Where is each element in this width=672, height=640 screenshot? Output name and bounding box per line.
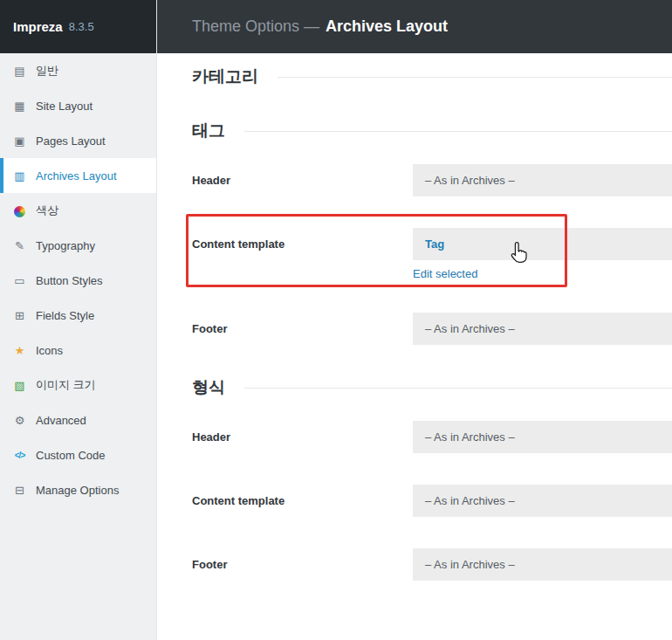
sidebar-item-label: 이미지 크기: [36, 377, 96, 393]
code-icon: </>: [12, 451, 27, 460]
star-icon: ★: [12, 344, 27, 357]
header-select[interactable]: – As in Archives –: [413, 164, 672, 196]
header-select[interactable]: – As in Archives –: [413, 421, 672, 453]
sidebar-item-label: Pages Layout: [36, 134, 106, 148]
sidebar-item-image-sizes[interactable]: ▧ 이미지 크기: [0, 368, 156, 403]
field-label: Content template: [192, 485, 413, 517]
archives-layout-icon: ▥: [12, 169, 27, 182]
sidebar-item-label: Manage Options: [36, 484, 119, 497]
button-styles-icon: ▭: [12, 274, 27, 287]
sidebar-item-pages-layout[interactable]: ▣ Pages Layout: [0, 123, 156, 158]
pages-layout-icon: ▣: [12, 134, 27, 148]
color-wheel-icon: [12, 203, 27, 217]
section-divider: [244, 388, 672, 389]
sidebar-item-icons[interactable]: ★ Icons: [0, 333, 156, 368]
section-divider: [244, 131, 672, 132]
sidebar-item-button-styles[interactable]: ▭ Button Styles: [0, 263, 156, 298]
section-title: 형식: [192, 376, 225, 399]
field-label: Header: [192, 164, 413, 196]
settings-row-footer: Footer – As in Archives –: [192, 548, 672, 581]
image-icon: ▧: [12, 379, 27, 392]
section-divider: [278, 77, 672, 78]
sidebar-item-label: Typography: [36, 239, 95, 252]
field-label: Footer: [192, 313, 413, 345]
settings-row-footer: Footer – As in Archives –: [192, 313, 672, 345]
edit-selected-link[interactable]: Edit selected: [413, 267, 477, 280]
section-format: 형식 Header – As in Archives – Content tem…: [192, 376, 672, 581]
sidebar-item-label: 색상: [36, 203, 58, 218]
manage-options-icon: ⊟: [12, 484, 27, 497]
main-content: 카테고리 태그 Header – As in Archives – Conten…: [157, 53, 672, 640]
fields-style-icon: ⊞: [12, 309, 27, 322]
topbar-breadcrumb: Theme Options —: [192, 17, 319, 36]
sidebar: Impreza 8.3.5 ▤ 일반 ▦ Site Layout ▣ Pages…: [0, 0, 157, 640]
section-title: 카테고리: [192, 65, 258, 88]
footer-select[interactable]: – As in Archives –: [413, 313, 672, 345]
sidebar-item-typography[interactable]: ✎ Typography: [0, 228, 156, 263]
sidebar-item-label: Fields Style: [36, 309, 94, 322]
sidebar-item-site-layout[interactable]: ▦ Site Layout: [0, 88, 156, 123]
brand-name: Impreza: [13, 19, 63, 34]
field-label: Footer: [192, 548, 413, 581]
general-icon: ▤: [12, 65, 27, 78]
sidebar-item-label: 일반: [36, 63, 58, 79]
sidebar-item-archives-layout[interactable]: ▥ Archives Layout: [0, 158, 156, 193]
section-categories: 카테고리: [192, 65, 672, 88]
settings-row-content-template: Content template Tag Edit selected: [192, 228, 672, 281]
sidebar-item-label: Archives Layout: [36, 169, 117, 182]
sidebar-item-fields-style[interactable]: ⊞ Fields Style: [0, 298, 156, 333]
sidebar-menu: ▤ 일반 ▦ Site Layout ▣ Pages Layout ▥ Arch…: [0, 53, 156, 507]
sidebar-item-label: Site Layout: [36, 100, 93, 113]
sidebar-item-label: Icons: [36, 344, 63, 357]
typography-icon: ✎: [12, 239, 27, 252]
section-tags: 태그 Header – As in Archives – Content tem…: [192, 120, 672, 345]
sidebar-item-manage-options[interactable]: ⊟ Manage Options: [0, 472, 156, 507]
sidebar-item-general[interactable]: ▤ 일반: [0, 53, 156, 88]
brand: Impreza 8.3.5: [0, 0, 156, 53]
section-title: 태그: [192, 120, 225, 142]
content-template-select[interactable]: Tag: [413, 228, 672, 260]
sidebar-item-colors[interactable]: 색상: [0, 193, 156, 228]
sidebar-item-label: Advanced: [36, 414, 86, 427]
settings-row-content-template: Content template – As in Archives –: [192, 485, 672, 517]
settings-row-header: Header – As in Archives –: [192, 164, 672, 196]
sidebar-item-label: Button Styles: [36, 274, 103, 287]
gear-icon: ⚙: [12, 414, 27, 427]
footer-select[interactable]: – As in Archives –: [413, 548, 672, 581]
field-label: Content template: [192, 228, 413, 260]
settings-row-header: Header – As in Archives –: [192, 421, 672, 453]
sidebar-item-custom-code[interactable]: </> Custom Code: [0, 437, 156, 472]
sidebar-item-advanced[interactable]: ⚙ Advanced: [0, 403, 156, 437]
field-label: Header: [192, 421, 413, 453]
brand-version: 8.3.5: [69, 20, 94, 33]
topbar: Theme Options — Archives Layout: [157, 0, 672, 53]
content-template-select[interactable]: – As in Archives –: [413, 485, 672, 517]
sidebar-item-label: Custom Code: [36, 449, 105, 462]
site-layout-icon: ▦: [12, 100, 27, 113]
page-title: Archives Layout: [326, 17, 448, 36]
